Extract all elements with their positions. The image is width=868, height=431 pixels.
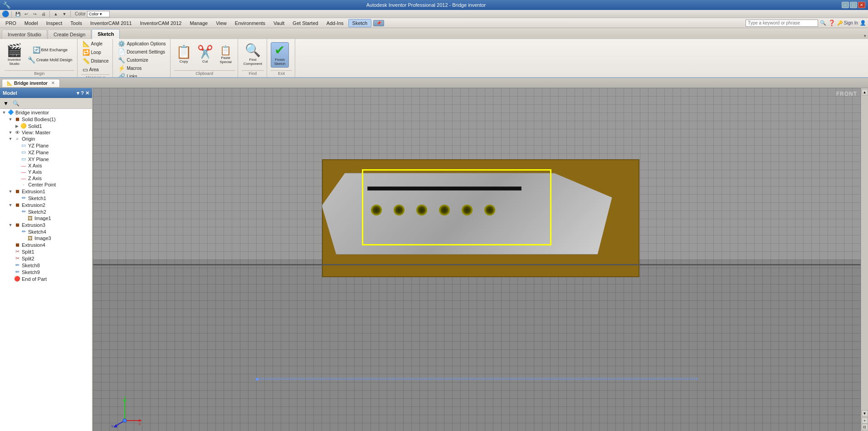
maximize-btn[interactable]: □: [850, 2, 857, 8]
viewport-divider[interactable]: [93, 264, 861, 265]
tree-expand-arrow[interactable]: ▶: [14, 124, 20, 128]
tree-expand-arrow[interactable]: ▼: [7, 130, 14, 135]
tree-item-y-axis[interactable]: —Y Axis: [0, 169, 92, 175]
tree-expand-arrow[interactable]: ▼: [7, 189, 14, 194]
tree-item-yz-plane[interactable]: ▭YZ Plane: [0, 142, 92, 149]
btn-area[interactable]: ▭ Area: [81, 66, 110, 73]
tree-item-extrusion3[interactable]: ▼◼Extrusion3: [0, 221, 92, 228]
color-dropdown[interactable]: Color ▾: [87, 11, 110, 17]
menu-manage[interactable]: Manage: [186, 20, 211, 27]
tab-create-design[interactable]: Create Design: [48, 29, 91, 39]
tree-item-solid1[interactable]: ▶🟡Solid1: [0, 122, 92, 129]
menu-add-ins[interactable]: Add-Ins: [323, 20, 347, 27]
tree-item-sketch9[interactable]: ✏Sketch9: [0, 269, 92, 275]
tree-expand-arrow[interactable]: ▼: [7, 203, 14, 207]
btn-doc-settings[interactable]: 📄 Document Settings: [117, 48, 167, 56]
menu-pro[interactable]: PRO: [2, 20, 20, 27]
qa-print[interactable]: 🖨: [40, 10, 47, 18]
btn-app-options[interactable]: ⚙️ Application Options: [117, 40, 167, 48]
tree-item-xz-plane[interactable]: ▭XZ Plane: [0, 149, 92, 156]
tree-expand-arrow[interactable]: ▼: [1, 110, 7, 115]
panel-help-icon[interactable]: ?: [81, 90, 84, 96]
fit-control[interactable]: ⊡: [862, 424, 868, 430]
tree-item-image3[interactable]: 🖼Image3: [0, 235, 92, 241]
btn-finish-sketch[interactable]: ✔ FinishSketch: [271, 42, 289, 68]
ribbon-pin[interactable]: 📌: [373, 20, 384, 26]
search-icon[interactable]: 🔍: [820, 20, 826, 26]
qa-up[interactable]: ▲: [52, 10, 59, 18]
tree-panel[interactable]: ▼🔷Bridge inventor▼◼Solid Bodies(1)▶🟡Soli…: [0, 109, 92, 431]
btn-cut[interactable]: ✂️ Cut: [195, 42, 215, 68]
panel-close-icon[interactable]: ✕: [85, 90, 89, 96]
menu-model[interactable]: Model: [21, 20, 42, 27]
btn-angle[interactable]: 📐 Angle: [81, 40, 110, 48]
tree-item-end-of-part[interactable]: 🔴End of Part: [0, 275, 92, 282]
find-label: FindComponent: [244, 58, 262, 66]
tree-item-sketch1[interactable]: ✏Sketch1: [0, 195, 92, 201]
menu-sketch[interactable]: Sketch: [348, 19, 372, 27]
btn-paste-special[interactable]: 📋 PasteSpecial: [217, 42, 235, 68]
btn-create-mold[interactable]: 🔧 Create Mold Design: [26, 55, 74, 64]
qa-undo[interactable]: ↩: [23, 10, 30, 18]
help-icon[interactable]: ❓: [828, 20, 835, 26]
tree-item-sketch8[interactable]: ✏Sketch8: [0, 262, 92, 269]
doc-tab-close[interactable]: ✕: [51, 81, 55, 85]
zoom-control[interactable]: +: [862, 417, 868, 424]
btn-distance[interactable]: 📏 Distance: [81, 57, 110, 65]
tree-item-x-axis[interactable]: —X Axis: [0, 162, 92, 169]
tree-expand-arrow[interactable]: ▼: [7, 137, 14, 141]
user-icon[interactable]: 👤: [860, 20, 866, 26]
search-input[interactable]: [746, 20, 818, 27]
btn-customize[interactable]: 🔧 Customize: [117, 56, 167, 64]
menu-inspect[interactable]: Inspect: [43, 20, 66, 27]
tree-item-image1[interactable]: 🖼Image1: [0, 215, 92, 221]
scroll-up[interactable]: ▲: [862, 89, 868, 95]
menu-inventorcam2011[interactable]: InventorCAM 2011: [87, 20, 136, 27]
left-panel: Model ▾ ? ✕ ▼ 🔍 ▼🔷Bridge inventor▼◼Solid…: [0, 88, 93, 431]
minimize-btn[interactable]: −: [842, 2, 849, 8]
doc-tab-bridge[interactable]: 📐 Bridge inventor ✕: [2, 79, 60, 87]
tree-item-extrusion1[interactable]: ▼◼Extrusion1: [0, 188, 92, 195]
tree-item-extrusion2[interactable]: ▼◼Extrusion2: [0, 201, 92, 208]
btn-macros[interactable]: ⚡ Macros: [117, 64, 167, 72]
btn-copy[interactable]: 📋 Copy: [174, 42, 194, 68]
tree-expand-arrow[interactable]: ▼: [7, 117, 14, 122]
close-btn[interactable]: ✕: [858, 2, 865, 8]
sign-in-btn[interactable]: 🔑 Sign In: [837, 20, 858, 25]
tree-item-view-master[interactable]: ▼👁View: Master: [0, 129, 92, 136]
btn-bim-exchange[interactable]: 🔄 BIM Exchange: [26, 45, 74, 54]
menu-vault[interactable]: Vault: [270, 20, 288, 27]
qa-save[interactable]: 💾: [14, 10, 21, 18]
btn-inventor-studio[interactable]: 🎬 InventorStudio: [5, 42, 24, 68]
btn-find-component[interactable]: 🔍 FindComponent: [242, 42, 264, 68]
filter-tool[interactable]: ▼: [2, 99, 10, 108]
menu-tools[interactable]: Tools: [67, 20, 86, 27]
search-tree-tool[interactable]: 🔍: [12, 99, 20, 108]
menu-environments[interactable]: Environments: [231, 20, 269, 27]
tree-item-center-point[interactable]: ·Center Point: [0, 181, 92, 188]
tree-item-solid-bodies[interactable]: ▼◼Solid Bodies(1): [0, 116, 92, 122]
tree-item-sketch4[interactable]: ✏Sketch4: [0, 228, 92, 235]
hole-5: [462, 205, 473, 216]
menu-inventorcam2012[interactable]: InventorCAM 2012: [137, 20, 185, 27]
menu-view[interactable]: View: [212, 20, 230, 27]
tree-item-z-axis[interactable]: —Z Axis: [0, 175, 92, 181]
tree-item-sketch2[interactable]: ✏Sketch2: [0, 208, 92, 215]
tree-item-extrusion4[interactable]: ◼Extrusion4: [0, 241, 92, 248]
panel-dropdown-icon[interactable]: ▾: [77, 90, 79, 96]
tab-sketch[interactable]: Sketch: [92, 29, 120, 39]
tree-item-split2[interactable]: ✂Split2: [0, 255, 92, 262]
tree-item-split1[interactable]: ✂Split1: [0, 248, 92, 255]
tab-inventor-studio[interactable]: Inventor Studio: [2, 29, 47, 39]
menu-get-started[interactable]: Get Started: [289, 20, 322, 27]
btn-loop[interactable]: 🔁 Loop: [81, 49, 110, 56]
btn-links[interactable]: 🔗 Links: [117, 73, 167, 77]
ribbon-options[interactable]: ▾: [864, 34, 866, 38]
tree-item-bridge-inventor[interactable]: ▼🔷Bridge inventor: [0, 109, 92, 116]
tree-item-origin[interactable]: ▼+Origin: [0, 136, 92, 142]
tree-item-xy-plane[interactable]: ▭XY Plane: [0, 156, 92, 162]
qa-redo[interactable]: ↪: [31, 10, 39, 18]
scroll-down[interactable]: ▼: [862, 410, 868, 416]
tree-expand-arrow[interactable]: ▼: [7, 223, 14, 227]
qa-down[interactable]: ▼: [61, 10, 68, 18]
